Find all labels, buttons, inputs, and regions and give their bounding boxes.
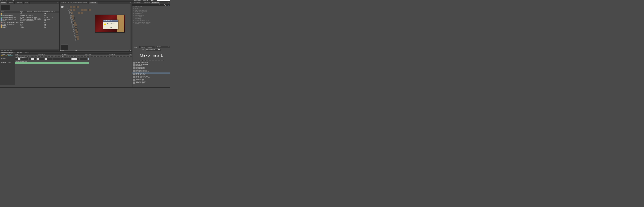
disc-node[interactable] xyxy=(61,5,64,8)
fc-node[interactable] xyxy=(70,6,72,8)
source-timecode[interactable]: 00;00;00;00 xyxy=(8,55,14,56)
lib-filter-3[interactable] xyxy=(146,60,148,61)
eye-icon[interactable] xyxy=(1,58,2,60)
project-row[interactable]: NTSC_Entertainment SubmenuMenu----N/A xyxy=(0,24,59,25)
tab-menus[interactable]: Menus xyxy=(8,2,14,4)
lib-filter-7[interactable] xyxy=(158,60,160,61)
tab-properties[interactable]: Properties xyxy=(132,2,142,4)
fc-node[interactable] xyxy=(78,12,81,14)
zoom-slider[interactable] xyxy=(62,50,129,50)
speaker-icon[interactable] xyxy=(1,62,2,63)
project-row[interactable]: AudioFolder----N/A xyxy=(0,13,59,15)
tl-tab-3[interactable]: Music xyxy=(24,52,30,54)
library-item[interactable]: Projector BG xyxy=(132,65,170,66)
library-item[interactable]: Projector Menu xyxy=(132,68,170,70)
project-row[interactable]: BernadinesFamilyTimeline00;29;11;24--N/A xyxy=(0,15,59,16)
fc-node[interactable] xyxy=(81,9,84,11)
col-type[interactable]: Type xyxy=(20,11,26,13)
fc-node[interactable] xyxy=(76,38,79,40)
trash-icon[interactable] xyxy=(10,50,12,51)
tab-flowchart[interactable]: Flowchart xyxy=(88,2,98,4)
tl-tab-1[interactable]: BernadinesFamily ▾ × xyxy=(0,52,16,54)
library-item[interactable]: Television BG xyxy=(132,78,170,80)
lib-filter-4[interactable] xyxy=(148,60,151,61)
panel-menu-icon[interactable]: ▾≡ xyxy=(167,46,170,48)
metadata-section[interactable]: ▹Dublin Core xyxy=(132,6,170,8)
tool-3[interactable] xyxy=(8,0,10,1)
project-row[interactable]: MusicTimeline00;39;09;22--N/A xyxy=(0,20,59,22)
panel-menu-icon[interactable]: ▾≡ xyxy=(129,52,132,54)
library-item[interactable]: Nightlife Video Button xyxy=(132,62,170,63)
lib-filter-5[interactable] xyxy=(152,60,154,61)
panel-menu-icon[interactable]: ▾≡ xyxy=(167,2,170,4)
lib-filter-2[interactable] xyxy=(142,60,145,61)
project-row[interactable]: PicturesFolder----N/A xyxy=(0,25,59,27)
fc-node[interactable] xyxy=(75,31,78,33)
fc-node[interactable] xyxy=(73,6,76,8)
project-row[interactable]: BernadinesFamily.wavWAV audio00;29;11;24… xyxy=(0,18,59,20)
flowchart-scrollbar[interactable] xyxy=(130,4,132,51)
library-item[interactable]: Projector Video Button xyxy=(132,71,170,72)
library-item[interactable]: Studio Button HD xyxy=(132,72,170,74)
lib-filter-6[interactable] xyxy=(155,60,157,61)
fc-node[interactable] xyxy=(74,24,77,26)
metadata-section[interactable]: ▹Photoshop xyxy=(132,18,170,20)
library-item[interactable]: Picture Frame RL HD xyxy=(132,63,170,65)
project-row[interactable]: NTSC_Entertainment MenuMenu----N/A xyxy=(0,22,59,24)
col-transcode-st[interactable]: DVD Transcode St xyxy=(34,11,44,13)
library-item[interactable]: Projector Submenu xyxy=(132,70,170,71)
search-input[interactable] xyxy=(156,0,170,1)
metadata-section[interactable]: ▹Paged-Text xyxy=(132,13,170,14)
audio-lang-select[interactable]: en xyxy=(8,62,11,63)
col-duration[interactable]: Duration xyxy=(26,11,34,13)
tab-timelines[interactable]: Timelines xyxy=(14,2,24,4)
fc-node[interactable] xyxy=(75,29,78,31)
fc-node[interactable] xyxy=(88,9,91,11)
library-item[interactable]: Studio Submenu HD xyxy=(132,76,170,77)
fc-node[interactable] xyxy=(73,9,76,11)
tab-monitor[interactable]: Monitor xyxy=(60,2,67,4)
set-select[interactable]: Entertainment xyxy=(146,49,161,51)
fc-node[interactable] xyxy=(76,6,79,8)
fc-node[interactable] xyxy=(76,33,78,36)
metadata-section[interactable]: ▹EXIF Schema For Additio... xyxy=(132,21,170,23)
tool-2[interactable] xyxy=(4,0,6,1)
metadata-section[interactable]: ▹Adobe PDF xyxy=(132,16,170,18)
tab-menu[interactable]: NTSC_Entertainment Menu xyxy=(67,2,88,4)
fc-node[interactable] xyxy=(76,36,79,38)
timeline-ruler[interactable]: 00;00 00;09;06;22 00;18;13;12 00;27;20;0… xyxy=(15,54,132,57)
ok-button[interactable]: OK xyxy=(108,26,113,28)
lib-filter-1[interactable] xyxy=(139,60,142,61)
tab-metadata[interactable]: Metadata xyxy=(151,2,160,4)
tab-resource-central[interactable]: Resource Central xyxy=(153,46,167,48)
new-folder-icon[interactable] xyxy=(7,50,9,51)
tab-character[interactable]: Character xyxy=(142,2,151,4)
metadata-section[interactable]: ▹EXIF Schema For TIFF ... xyxy=(132,23,170,25)
project-scrollbar[interactable] xyxy=(14,50,58,51)
library-item[interactable]: Television Button xyxy=(132,80,170,82)
metadata-section[interactable]: ▹Rights Management xyxy=(132,9,170,11)
fc-node[interactable] xyxy=(81,12,84,14)
metadata-section[interactable]: ▹Dynamic Media xyxy=(132,14,170,16)
video-clip[interactable] xyxy=(15,58,89,60)
project-row[interactable]: BernadinesFamily.m2vMPEG video00;29;11;2… xyxy=(0,16,59,18)
library-item[interactable]: Studio Video Button HD xyxy=(132,77,170,78)
tab-project[interactable]: Project xyxy=(0,2,8,4)
search-icon[interactable] xyxy=(1,50,3,51)
tab-build[interactable]: Build xyxy=(24,2,30,4)
timeline-timecode[interactable]: 00;00;00;00 xyxy=(1,55,7,56)
tab-styles[interactable]: Styles xyxy=(140,46,146,48)
library-item[interactable]: Television Menu xyxy=(132,82,170,83)
fc-node[interactable] xyxy=(74,26,77,28)
tab-library[interactable]: Library xyxy=(132,46,140,48)
panel-menu-icon[interactable]: ▾≡ xyxy=(56,2,59,4)
library-item[interactable]: Projector Button xyxy=(132,66,170,68)
col-name[interactable]: Name xyxy=(0,11,20,13)
tl-tab-2[interactable]: Pictures1 xyxy=(16,52,24,54)
project-row[interactable]: SlidesFolder----N/A xyxy=(0,27,59,28)
tab-layers[interactable]: Layers xyxy=(146,46,153,48)
metadata-section[interactable]: ▹EXIF Schema For EXIF ... xyxy=(132,20,170,21)
metadata-section[interactable]: ▹Media Management xyxy=(132,11,170,13)
lib-filter-8[interactable] xyxy=(161,60,164,61)
fc-node[interactable] xyxy=(74,22,76,24)
